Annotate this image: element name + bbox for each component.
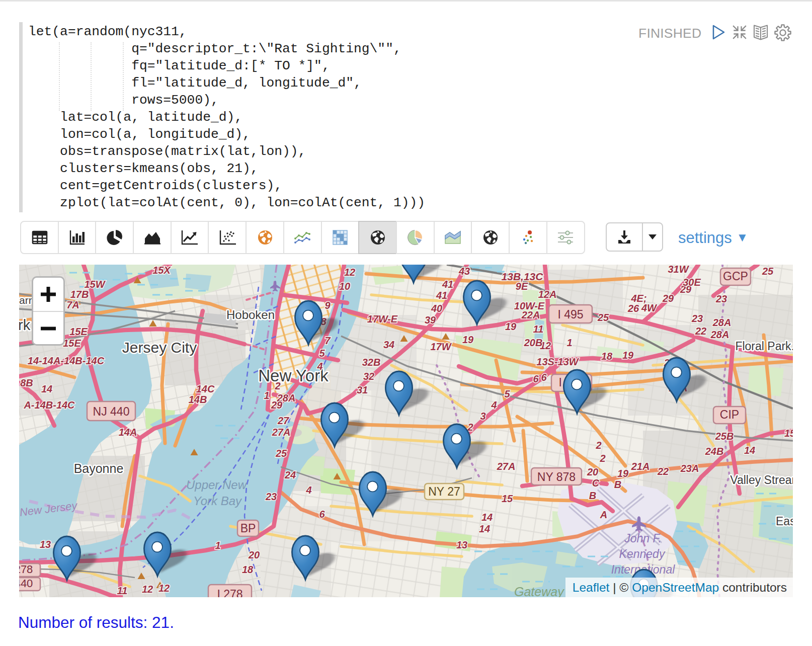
svg-text:29: 29 (271, 399, 283, 411)
svg-text:278: 278 (19, 563, 33, 576)
svg-text:4: 4 (491, 399, 497, 411)
svg-text:Floral Park.: Floral Park. (735, 340, 793, 353)
svg-text:NJ 440: NJ 440 (93, 405, 130, 418)
svg-text:12A: 12A (538, 289, 557, 300)
svg-text:14: 14 (479, 523, 490, 534)
svg-text:12: 12 (142, 584, 153, 595)
svg-text:7A: 7A (66, 299, 79, 310)
svg-text:34: 34 (383, 339, 394, 350)
svg-text:John F.: John F. (624, 532, 662, 545)
svg-text:19: 19 (462, 334, 474, 345)
svg-text:39: 39 (425, 314, 436, 326)
svg-text:43: 43 (458, 266, 470, 277)
svg-text:1: 1 (215, 540, 220, 551)
svg-text:NY 27: NY 27 (428, 485, 460, 498)
svg-text:20: 20 (248, 549, 260, 560)
svg-text:Kennedy: Kennedy (619, 547, 666, 560)
svg-text:A-14B-14C: A-14B-14C (23, 399, 75, 411)
svg-text:17W: 17W (430, 341, 452, 352)
svg-text:9E: 9E (516, 281, 528, 292)
svg-text:27A: 27A (497, 461, 516, 472)
svg-text:BP: BP (240, 522, 256, 535)
svg-text:23: 23 (691, 313, 703, 324)
svg-text:25: 25 (275, 448, 287, 459)
svg-text:14-14A-14B-14C: 14-14A-14B-14C (28, 355, 105, 366)
svg-text:5: 5 (504, 388, 510, 399)
svg-text:24B: 24B (705, 446, 724, 457)
svg-text:21A: 21A (631, 461, 650, 472)
svg-text:Hoboken: Hoboken (226, 308, 275, 321)
svg-text:25B: 25B (715, 431, 734, 442)
svg-text:Bayonne: Bayonne (74, 461, 124, 475)
svg-text:2: 2 (599, 453, 605, 464)
svg-text:CIP: CIP (720, 408, 739, 421)
svg-text:C: C (592, 477, 600, 489)
svg-text:Valley Stream: Valley Stream (730, 473, 793, 487)
svg-text:15E: 15E (69, 326, 88, 337)
svg-text:31W: 31W (668, 265, 689, 275)
svg-text:9: 9 (324, 300, 331, 311)
svg-text:14: 14 (41, 383, 52, 394)
svg-text:13S-13W: 13S-13W (536, 356, 579, 367)
svg-text:41: 41 (436, 290, 447, 301)
svg-text:32: 32 (363, 371, 374, 382)
svg-text:23: 23 (715, 293, 727, 304)
svg-text:1: 1 (264, 390, 269, 401)
svg-text:15X: 15X (152, 265, 171, 276)
svg-text:17B: 17B (70, 289, 89, 300)
svg-text:11: 11 (533, 324, 544, 335)
svg-text:23: 23 (265, 491, 277, 502)
svg-text:22A: 22A (521, 309, 540, 320)
svg-text:GCP: GCP (723, 270, 748, 283)
svg-text:I 495: I 495 (557, 308, 583, 321)
svg-text:3: 3 (480, 411, 485, 422)
svg-text:14: 14 (744, 445, 755, 456)
svg-text:Gateway: Gateway (514, 585, 564, 597)
svg-text:10: 10 (339, 281, 350, 292)
svg-text:2: 2 (595, 440, 601, 451)
svg-text:14: 14 (481, 512, 493, 523)
svg-text:19: 19 (617, 468, 629, 479)
svg-text:NY 878: NY 878 (537, 470, 576, 483)
svg-text:20B: 20B (524, 337, 543, 348)
svg-text:Eas: Eas (776, 515, 793, 528)
svg-text:27A: 27A (272, 427, 291, 438)
svg-text:4E;: 4E; (630, 293, 646, 304)
svg-text:York Bay: York Bay (193, 494, 242, 508)
svg-text:12: 12 (158, 583, 170, 594)
svg-text:28A: 28A (712, 317, 732, 328)
svg-text:15: 15 (502, 493, 513, 504)
svg-text:Jersey City: Jersey City (122, 339, 197, 356)
svg-text:17W-E: 17W-E (367, 313, 398, 325)
svg-text:28A: 28A (710, 329, 729, 340)
svg-text:29: 29 (662, 293, 674, 304)
svg-text:25: 25 (762, 266, 774, 277)
svg-text:I 278: I 278 (217, 588, 242, 597)
svg-text:19: 19 (622, 350, 634, 361)
svg-text:41: 41 (442, 279, 453, 290)
svg-text:rk: rk (19, 317, 31, 333)
svg-text:23A: 23A (680, 463, 699, 474)
svg-text:14B: 14B (189, 394, 207, 405)
svg-text:20: 20 (587, 466, 598, 477)
svg-text:A: A (600, 509, 607, 520)
svg-text:40: 40 (431, 303, 442, 314)
svg-text:24: 24 (284, 469, 296, 480)
svg-text:18: 18 (601, 351, 613, 362)
svg-text:6: 6 (533, 373, 539, 384)
svg-text:26: 26 (627, 303, 639, 314)
svg-text:31: 31 (357, 384, 368, 395)
svg-text:6: 6 (319, 509, 325, 520)
svg-text:15E: 15E (63, 338, 81, 349)
svg-text:2: 2 (274, 380, 280, 391)
svg-text:8B: 8B (20, 377, 33, 388)
svg-text:4W: 4W (641, 302, 658, 313)
svg-text:arr: arr (19, 294, 32, 306)
svg-text:14A: 14A (119, 427, 137, 438)
svg-text:13: 13 (456, 539, 467, 550)
svg-text:440: 440 (19, 577, 33, 590)
svg-text:14C: 14C (196, 383, 215, 394)
svg-text:27: 27 (277, 415, 289, 426)
svg-text:22: 22 (657, 466, 669, 477)
svg-text:7: 7 (324, 335, 331, 346)
